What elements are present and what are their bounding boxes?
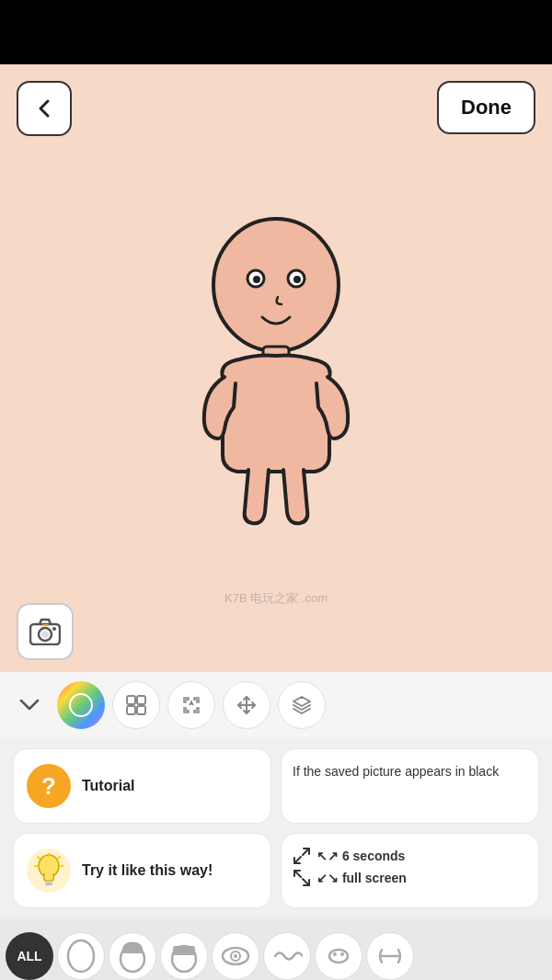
selection-button[interactable] [167, 681, 215, 729]
character-display [138, 156, 414, 552]
svg-rect-17 [45, 883, 52, 885]
svg-point-30 [329, 950, 348, 963]
svg-point-9 [52, 627, 56, 631]
move-button[interactable] [223, 681, 270, 729]
fullscreen-label: ↙↘ full screen [316, 871, 407, 885]
expand-row-1: ↖↗ 6 seconds [293, 847, 527, 865]
fullscreen-card[interactable]: ↖↗ 6 seconds ↙↘ full screen [281, 833, 539, 908]
svg-rect-12 [137, 696, 145, 704]
svg-line-19 [38, 857, 40, 859]
seconds-label: ↖↗ 6 seconds [316, 849, 405, 863]
svg-point-31 [333, 952, 337, 956]
try-it-card[interactable]: Try it like this way! [13, 833, 271, 908]
svg-rect-14 [137, 706, 145, 714]
top-status-bar [0, 0, 552, 64]
face-all-button[interactable]: ALL [6, 932, 53, 980]
layers-button[interactable] [278, 681, 326, 729]
svg-point-4 [293, 276, 301, 283]
face-item-1[interactable] [57, 932, 105, 980]
svg-rect-26 [173, 946, 195, 955]
svg-point-10 [70, 694, 92, 716]
watermark: K7B 电玩之家 .com [224, 590, 328, 607]
svg-point-32 [340, 952, 344, 956]
svg-point-8 [41, 631, 49, 638]
layout-button[interactable] [112, 681, 160, 729]
face-item-5[interactable] [263, 932, 311, 980]
toolbar-collapse-button[interactable] [9, 685, 50, 725]
face-item-6[interactable] [315, 932, 362, 980]
character-canvas: Done K [0, 64, 552, 671]
expand-row-2: ↙↘ full screen [293, 869, 527, 887]
tutorial-label: Tutorial [82, 777, 134, 796]
toolbar [0, 671, 552, 737]
color-wheel-button[interactable] [57, 681, 105, 729]
svg-line-20 [58, 857, 60, 859]
try-it-icon [27, 849, 71, 893]
face-item-3[interactable] [160, 932, 208, 980]
saved-picture-text: If the saved picture appears in black [293, 764, 499, 779]
done-button[interactable]: Done [437, 81, 535, 134]
svg-point-29 [234, 954, 237, 958]
try-it-label: Try it like this way! [82, 861, 213, 881]
face-item-7[interactable] [366, 932, 414, 980]
tutorial-icon: ? [27, 764, 71, 808]
svg-point-2 [253, 276, 260, 283]
svg-rect-13 [127, 706, 135, 714]
back-button[interactable] [17, 81, 72, 136]
cards-area: ? Tutorial If the saved picture appears … [0, 737, 552, 919]
tutorial-card[interactable]: ? Tutorial [13, 748, 271, 824]
svg-rect-11 [127, 696, 135, 704]
camera-button[interactable] [17, 603, 74, 660]
face-item-2[interactable] [109, 932, 156, 980]
svg-point-0 [213, 219, 339, 351]
face-item-4[interactable] [212, 932, 259, 980]
svg-rect-16 [45, 881, 52, 883]
saved-picture-card[interactable]: If the saved picture appears in black [281, 748, 539, 824]
face-selector: ALL [0, 919, 552, 980]
svg-point-23 [68, 940, 94, 972]
